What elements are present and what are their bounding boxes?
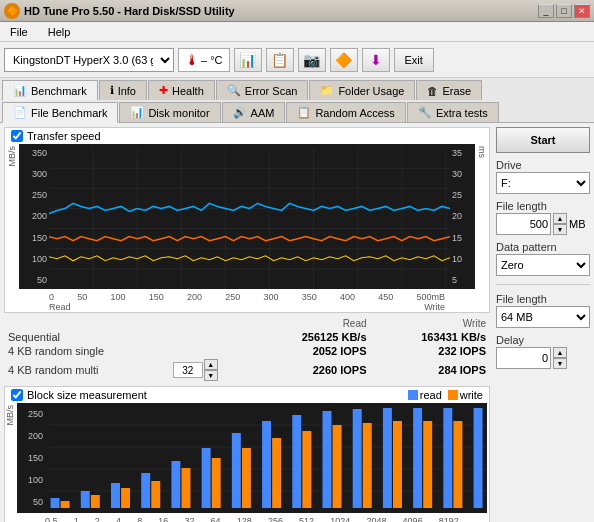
x-axis-read-label: Read xyxy=(49,302,71,312)
svg-rect-23 xyxy=(111,483,120,508)
block-size-checkbox[interactable] xyxy=(11,389,23,401)
svg-rect-41 xyxy=(383,408,392,508)
4kb-single-read: 2052 IOPS xyxy=(253,344,375,358)
file-length-up[interactable]: ▲ xyxy=(553,213,567,224)
block-x-labels: 0.5 1 2 4 8 16 32 64 128 256 512 1024 20… xyxy=(15,515,489,522)
close-button[interactable]: ✕ xyxy=(574,4,590,18)
start-button[interactable]: Start xyxy=(496,127,590,153)
delay-down[interactable]: ▼ xyxy=(553,358,567,369)
read-header: Read xyxy=(253,317,375,330)
delay-up[interactable]: ▲ xyxy=(553,347,567,358)
tab-info[interactable]: ℹ Info xyxy=(99,80,147,100)
block-chart: 250 200 150 100 50 xyxy=(17,403,487,513)
app-icon: 🔶 xyxy=(4,3,20,19)
y-unit-right: ms xyxy=(477,144,487,160)
svg-rect-33 xyxy=(262,421,271,508)
delay-section: Delay ▲ ▼ xyxy=(496,334,590,369)
block-size-label: Block size measurement xyxy=(27,389,147,401)
exit-button[interactable]: Exit xyxy=(394,48,434,72)
svg-rect-28 xyxy=(182,468,191,508)
menu-file[interactable]: File xyxy=(4,25,34,39)
left-panel: Transfer speed MB/s 350 300 250 200 150 … xyxy=(0,123,494,522)
file-length-input[interactable] xyxy=(496,213,551,235)
file-length-select-bottom[interactable]: 64 MB xyxy=(496,306,590,328)
svg-rect-20 xyxy=(61,501,70,508)
folder-usage-label: Folder Usage xyxy=(338,85,404,97)
svg-rect-38 xyxy=(333,425,342,508)
svg-rect-30 xyxy=(212,458,221,508)
maximize-button[interactable]: □ xyxy=(556,4,572,18)
svg-rect-34 xyxy=(272,438,281,508)
4kb-single-label: 4 KB random single xyxy=(4,344,169,358)
info-tab-icon: ℹ xyxy=(110,84,114,97)
tabs-container: 📊 Benchmark ℹ Info ✚ Health 🔍 Error Scan… xyxy=(0,78,594,123)
transfer-speed-label: Transfer speed xyxy=(27,130,101,142)
file-length-down[interactable]: ▼ xyxy=(553,224,567,235)
write-legend-label: write xyxy=(460,389,483,401)
svg-rect-42 xyxy=(393,421,402,508)
transfer-speed-checkbox[interactable] xyxy=(11,130,23,142)
svg-rect-22 xyxy=(91,495,100,508)
4kb-multi-write: 284 IOPS xyxy=(375,358,490,382)
disk-monitor-label: Disk monitor xyxy=(148,107,209,119)
tab-file-benchmark[interactable]: 📄 File Benchmark xyxy=(2,102,118,123)
svg-rect-19 xyxy=(51,498,60,508)
temp-display: 🌡 – °C xyxy=(178,48,230,72)
drive-select-right[interactable]: F: xyxy=(496,172,590,194)
tab-random-access[interactable]: 📋 Random Access xyxy=(286,102,405,122)
minimize-button[interactable]: _ xyxy=(538,4,554,18)
divider xyxy=(496,284,590,285)
read-legend-label: read xyxy=(420,389,442,401)
tab-health[interactable]: ✚ Health xyxy=(148,80,215,100)
block-write-legend: write xyxy=(448,389,483,401)
toolbar-btn-2[interactable]: 📋 xyxy=(266,48,294,72)
error-scan-label: Error Scan xyxy=(245,85,298,97)
random-access-label: Random Access xyxy=(315,107,394,119)
write-legend-color xyxy=(448,390,458,400)
delay-spinners: ▲ ▼ xyxy=(553,347,567,369)
write-header: Write xyxy=(375,317,490,330)
tab-aam[interactable]: 🔊 AAM xyxy=(222,102,286,122)
benchmark-chart: 350 300 250 200 150 100 50 35 30 25 xyxy=(19,144,475,289)
tab-disk-monitor[interactable]: 📊 Disk monitor xyxy=(119,102,220,122)
stats-row-4kb-multi: 4 KB random multi ▲ ▼ 2260 IOPS 284 IOPS xyxy=(4,358,490,382)
multi-thread-up[interactable]: ▲ xyxy=(204,359,218,370)
svg-rect-44 xyxy=(423,421,432,508)
delay-label: Delay xyxy=(496,334,590,346)
tab-error-scan[interactable]: 🔍 Error Scan xyxy=(216,80,309,100)
tab-erase[interactable]: 🗑 Erase xyxy=(416,80,482,100)
menu-help[interactable]: Help xyxy=(42,25,77,39)
menu-bar: File Help xyxy=(0,22,594,42)
file-benchmark-icon: 📄 xyxy=(13,106,27,119)
multi-thread-input[interactable] xyxy=(173,362,203,378)
delay-input[interactable] xyxy=(496,347,551,369)
toolbar: KingstonDT HyperX 3.0 (63 gB) 🌡 – °C 📊 📋… xyxy=(0,42,594,78)
health-tab-label: Health xyxy=(172,85,204,97)
tab-folder-usage[interactable]: 📁 Folder Usage xyxy=(309,80,415,100)
delay-input-row: ▲ ▼ xyxy=(496,347,590,369)
file-length-unit: MB xyxy=(569,218,586,230)
toolbar-btn-1[interactable]: 📊 xyxy=(234,48,262,72)
toolbar-btn-4[interactable]: 🔶 xyxy=(330,48,358,72)
sequential-write: 163431 KB/s xyxy=(375,330,490,344)
toolbar-btn-5[interactable]: ⬇ xyxy=(362,48,390,72)
file-length-input-row: ▲ ▼ MB xyxy=(496,213,590,235)
drive-select[interactable]: KingstonDT HyperX 3.0 (63 gB) xyxy=(4,48,174,72)
sequential-label: Sequential xyxy=(4,330,169,344)
extra-tests-icon: 🔧 xyxy=(418,106,432,119)
main-content: Transfer speed MB/s 350 300 250 200 150 … xyxy=(0,123,594,522)
svg-rect-43 xyxy=(413,408,422,508)
tab-benchmark[interactable]: 📊 Benchmark xyxy=(2,80,98,101)
y-unit-left: MB/s xyxy=(7,144,17,169)
window-controls: _ □ ✕ xyxy=(538,4,590,18)
svg-rect-37 xyxy=(323,411,332,508)
toolbar-btn-3[interactable]: 📷 xyxy=(298,48,326,72)
svg-rect-46 xyxy=(453,421,462,508)
stats-row-4kb-single: 4 KB random single 2052 IOPS 232 IOPS xyxy=(4,344,490,358)
svg-rect-45 xyxy=(443,408,452,508)
multi-thread-down[interactable]: ▼ xyxy=(204,370,218,381)
file-length-label-bottom: File length xyxy=(496,293,590,305)
svg-rect-32 xyxy=(242,448,251,508)
data-pattern-select[interactable]: Zero xyxy=(496,254,590,276)
tab-extra-tests[interactable]: 🔧 Extra tests xyxy=(407,102,499,122)
